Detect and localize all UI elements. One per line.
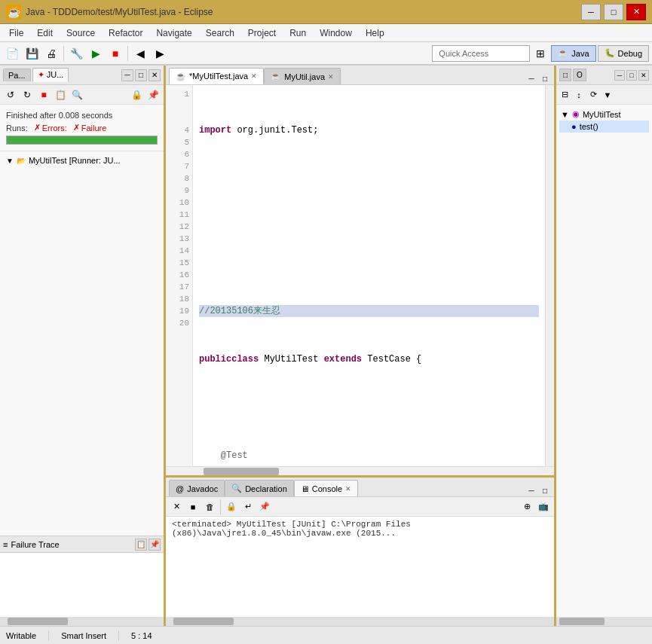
menu-edit[interactable]: Edit (31, 26, 59, 40)
myutil-tab[interactable]: ☕ MyUtil.java ✕ (264, 68, 341, 84)
java-icon: ☕ (558, 48, 568, 58)
package-explorer-tab[interactable]: Pa... (3, 69, 31, 81)
myutiltest-tab[interactable]: ☕ *MyUtilTest.java ✕ (169, 68, 264, 84)
close-panel-btn[interactable]: ✕ (148, 69, 161, 81)
tree-expand-arrow[interactable]: ▼ (6, 157, 14, 165)
main-layout: Pa... ✦ JU... ─ □ ✕ ↺ ↻ ■ 📋 🔍 🔒 📌 (0, 65, 652, 626)
code-editor[interactable]: 1 4 5 6 7 8 9 10 11 12 13 14 15 16 17 18… (166, 85, 554, 466)
console-label: Console (312, 484, 342, 493)
console-area: <terminated> MyUtilTest [JUnit] C:\Progr… (166, 517, 554, 617)
java-perspective-btn[interactable]: ☕ Java (551, 45, 595, 62)
maximize-button[interactable]: □ (604, 4, 623, 20)
new-console-btn[interactable]: ⊕ (519, 499, 534, 514)
test-tree[interactable]: ▼ 📂 MyUtilTest [Runner: JU... (0, 151, 164, 536)
filter-btn[interactable]: 🔍 (69, 87, 84, 102)
debug-perspective-label: Debug (618, 49, 642, 58)
rerun-failed-btn[interactable]: ↻ (20, 87, 35, 102)
menu-refactor[interactable]: Refactor (103, 26, 148, 40)
editor-h-scroll[interactable] (166, 466, 554, 475)
outline-method[interactable]: ● test() (559, 121, 649, 133)
console-view-btn[interactable]: 📺 (536, 499, 551, 514)
debug-button[interactable]: 🔧 (67, 44, 85, 63)
left-h-scrollbar[interactable] (0, 617, 164, 626)
word-wrap-btn[interactable]: ↵ (240, 499, 256, 514)
debug-perspective-btn[interactable]: 🐛 Debug (598, 45, 649, 62)
title-bar-controls[interactable]: ─ □ ✕ (581, 4, 646, 20)
pin-btn[interactable]: 📌 (145, 87, 161, 102)
progress-bar-container (6, 136, 158, 145)
class-expand-icon[interactable]: ▼ (561, 110, 569, 119)
run-button[interactable]: ▶ (87, 44, 105, 63)
right-h-scroll[interactable] (556, 617, 652, 626)
test-tree-item[interactable]: ▼ 📂 MyUtilTest [Runner: JU... (3, 154, 161, 166)
console-close-icon[interactable]: ✕ (345, 485, 351, 493)
console-h-scroll[interactable] (166, 617, 554, 626)
failure-pin-btn[interactable]: 📌 (148, 539, 161, 551)
editor-maximize-btn[interactable]: □ (539, 72, 551, 84)
history-btn[interactable]: 📋 (53, 87, 68, 102)
editor-tab-bar: ☕ *MyUtilTest.java ✕ ☕ MyUtil.java ✕ ─ □ (166, 66, 554, 85)
remove-launch-btn[interactable]: 🗑 (202, 499, 217, 514)
new-button[interactable]: 📄 (3, 44, 21, 63)
myutil-close-icon[interactable]: ✕ (328, 73, 334, 81)
code-line-6[interactable]: public class MyUtilTest extends TestCase… (199, 353, 539, 365)
console-maximize-btn[interactable]: □ (539, 484, 551, 496)
sort-btn[interactable]: ↕ (572, 88, 586, 102)
failure-copy-btn[interactable]: 📋 (135, 539, 147, 551)
outline-class[interactable]: ▼ ◉ MyUtilTest (559, 108, 649, 121)
code-line-8[interactable]: @Test (199, 450, 539, 462)
back-button[interactable]: ◀ (131, 44, 149, 63)
menu-help[interactable]: Help (360, 26, 390, 40)
right-close-btn[interactable]: ✕ (638, 70, 649, 81)
pin-console-btn[interactable]: 📌 (257, 499, 272, 514)
right-minimize-btn[interactable]: ─ (614, 70, 625, 81)
console-h-thumb[interactable] (173, 618, 234, 625)
collapse-all-btn[interactable]: ⊟ (558, 88, 571, 102)
menu-window[interactable]: Window (314, 26, 358, 40)
menu-navigate[interactable]: Navigate (150, 26, 197, 40)
forward-button[interactable]: ▶ (151, 44, 169, 63)
stop-button[interactable]: ■ (106, 44, 124, 63)
clear-console-btn[interactable]: ✕ (169, 499, 184, 514)
right-maximize-btn[interactable]: □ (626, 70, 637, 81)
print-button[interactable]: 🖨 (42, 44, 60, 63)
close-button[interactable]: ✕ (626, 4, 646, 20)
code-line-2 (199, 172, 539, 185)
right-tab-1[interactable]: □ (559, 69, 571, 81)
sync-btn[interactable]: ⟳ (586, 88, 600, 102)
terminate-btn[interactable]: ■ (185, 499, 200, 514)
menu-project[interactable]: Project (242, 26, 282, 40)
minimize-panel-btn[interactable]: ─ (121, 69, 133, 81)
menu-source[interactable]: Source (60, 26, 101, 40)
minimize-button[interactable]: ─ (581, 4, 601, 20)
javadoc-tab[interactable]: @ Javadoc (169, 480, 225, 496)
console-minimize-btn[interactable]: ─ (525, 484, 537, 496)
console-tab[interactable]: 🖥 Console ✕ (294, 480, 358, 496)
rerun-btn[interactable]: ↺ (3, 87, 18, 102)
stop-run-btn[interactable]: ■ (36, 87, 51, 102)
right-tab-2[interactable]: O (573, 69, 586, 81)
quick-access-box[interactable]: Quick Access (432, 45, 530, 62)
declaration-tab[interactable]: 🔍 Declaration (225, 480, 294, 496)
method-icon: ● (571, 122, 577, 131)
code-content[interactable]: import org.junit.Test; //20135106来生忍 pub… (193, 85, 545, 466)
menu-run[interactable]: Run (283, 26, 312, 40)
save-button[interactable]: 💾 (23, 44, 41, 63)
menu-file[interactable]: File (3, 26, 29, 40)
menu-search[interactable]: Search (200, 26, 240, 40)
editor-minimize-btn[interactable]: ─ (525, 72, 537, 84)
scroll-lock-console-btn[interactable]: 🔒 (224, 499, 239, 514)
scroll-lock-btn[interactable]: 🔒 (129, 87, 144, 102)
myutiltest-label: *MyUtilTest.java (189, 72, 248, 81)
right-h-thumb[interactable] (559, 618, 605, 625)
editor-v-scrollbar[interactable] (545, 85, 554, 466)
left-scroll-thumb[interactable] (8, 618, 68, 625)
filter-outline-btn[interactable]: ▼ (601, 88, 614, 102)
code-line-1[interactable]: import org.junit.Test; (199, 124, 539, 136)
code-line-5[interactable]: //20135106来生忍 (199, 305, 539, 317)
editor-h-thumb[interactable] (204, 468, 279, 475)
maximize-panel-btn[interactable]: □ (135, 69, 147, 81)
perspective-icon-btn[interactable]: ⊞ (531, 44, 549, 63)
junit-tab[interactable]: ✦ JU... (32, 68, 69, 82)
myutiltest-close-icon[interactable]: ✕ (251, 72, 257, 80)
